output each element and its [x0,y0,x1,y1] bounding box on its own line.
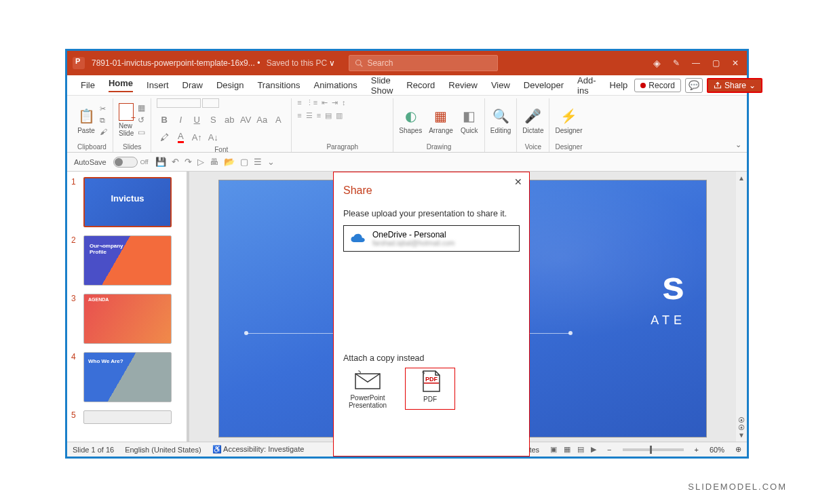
highlight-button[interactable]: 🖍 [157,130,172,144]
minimize-button[interactable]: ― [692,58,700,68]
tab-file[interactable]: File [74,75,102,96]
zoom-slider[interactable] [623,448,684,451]
slide-sorter-icon[interactable]: ▦ [564,445,570,454]
tab-record[interactable]: Record [400,75,442,96]
numbering-button[interactable]: ⋮≡ [306,98,317,107]
underline-button[interactable]: U [189,112,204,127]
bullets-button[interactable]: ≡ [297,98,301,107]
reset-icon[interactable]: ↺ [138,115,145,125]
zoom-out-button[interactable]: − [607,446,611,454]
coming-soon-icon[interactable]: ✎ [673,58,680,68]
slide-thumbnail-5[interactable] [83,410,172,424]
close-button[interactable]: ✕ [732,58,739,68]
cut-icon[interactable]: ✂ [100,104,107,113]
envelope-icon [353,368,383,391]
line-spacing-button[interactable]: ↕ [342,98,346,107]
tab-home[interactable]: Home [102,75,140,96]
increase-font-button[interactable]: A↑ [189,130,204,144]
autosave-toggle[interactable] [113,157,138,168]
maximize-button[interactable]: ▢ [712,58,720,68]
align-left-button[interactable]: ≡ [297,111,301,120]
arrange-button[interactable]: ▦Arrange [429,106,453,134]
indent-inc-button[interactable]: ⇥ [332,98,338,107]
indent-dec-button[interactable]: ⇤ [322,98,328,107]
tab-help[interactable]: Help [603,75,635,96]
justify-button[interactable]: ▤ [325,111,332,120]
slide-counter[interactable]: Slide 1 of 16 [73,446,114,454]
spacing-button[interactable]: AV [238,112,253,127]
attach-pdf-button[interactable]: PDF PDF [406,368,454,409]
onedrive-account-button[interactable]: OneDrive - Personal farshad.iqbal@hotmai… [343,225,520,252]
align-center-button[interactable]: ☰ [306,111,313,120]
normal-view-icon[interactable]: ▣ [550,445,557,454]
search-box[interactable]: Search [349,55,498,71]
quick-print-icon[interactable]: 🖶 [210,157,218,167]
zoom-level[interactable]: 60% [710,446,724,454]
align-right-button[interactable]: ≡ [317,111,321,120]
tab-developer[interactable]: Developer [517,75,570,96]
scroll-up-icon[interactable]: ▲ [738,174,745,182]
scroll-down-icon[interactable]: ▼ [738,431,745,439]
comments-button[interactable]: 💬 [685,78,703,93]
tab-draw[interactable]: Draw [176,75,210,96]
more-qat-icon[interactable]: ⌄ [267,157,275,167]
redo-icon[interactable]: ↷ [185,157,192,167]
copy-icon[interactable]: ⧉ [100,116,107,125]
open-icon[interactable]: 📂 [224,157,235,167]
layout-icon[interactable]: ▦ [138,103,145,113]
section-icon[interactable]: ▭ [138,128,145,137]
format-painter-icon[interactable]: 🖌 [100,128,107,136]
italic-button[interactable]: I [173,112,188,127]
tab-review[interactable]: Review [442,75,484,96]
tab-design[interactable]: Design [210,75,250,96]
premium-icon[interactable]: ◈ [653,58,661,69]
slideshow-view-icon[interactable]: ▶ [591,445,596,454]
language-indicator[interactable]: English (United States) [125,446,201,454]
tab-transitions[interactable]: Transitions [250,75,307,96]
fit-to-window-icon[interactable]: ⊕ [735,445,741,454]
strike-button[interactable]: S [206,112,220,127]
font-color-button[interactable]: A [173,130,188,144]
decrease-font-button[interactable]: A↓ [206,130,220,144]
slide-thumbnail-1[interactable] [83,177,172,227]
tab-addins[interactable]: Add-ins [570,75,602,96]
collapse-ribbon-icon[interactable]: ⌄ [735,140,741,149]
next-slide-icon[interactable]: ⦿ [738,424,745,431]
case-button[interactable]: Aa [254,112,269,127]
reading-view-icon[interactable]: ▤ [577,445,584,454]
designer-button[interactable]: ⚡Designer [555,106,582,134]
touch-mode-icon[interactable]: ☰ [254,157,262,167]
record-button[interactable]: Record [634,79,681,92]
prev-slide-icon[interactable]: ⦿ [738,416,745,424]
zoom-in-button[interactable]: + [695,446,699,454]
slide-thumbnail-4[interactable] [83,352,172,402]
new-icon[interactable]: ▢ [240,157,248,167]
paste-button[interactable]: 📋 Paste [77,106,96,134]
tab-view[interactable]: View [484,75,517,96]
save-icon[interactable]: 💾 [155,157,166,167]
tab-animations[interactable]: Animations [307,75,364,96]
shapes-button[interactable]: ◐Shapes [399,106,422,134]
group-font: B I U S ab AV Aa A 🖍 A A↑ A↓ Font [151,98,292,152]
bold-button[interactable]: B [157,112,172,127]
columns-button[interactable]: ▥ [336,111,343,120]
dictate-button[interactable]: 🎤Dictate [522,106,543,134]
clear-format-button[interactable]: A [271,112,286,127]
microphone-icon: 🎤 [524,106,543,125]
accessibility-checker[interactable]: ♿ Accessibility: Investigate [212,445,305,454]
search-icon [355,59,363,67]
attach-powerpoint-button[interactable]: PowerPoint Presentation [343,368,392,409]
new-slide-button[interactable]: + New Slide [119,103,134,137]
shadow-button[interactable]: ab [222,112,237,127]
tab-insert[interactable]: Insert [140,75,176,96]
start-from-beginning-icon[interactable]: ▷ [197,157,204,167]
dialog-close-button[interactable]: ✕ [514,176,522,187]
editing-button[interactable]: 🔍Editing [490,106,511,134]
tab-slideshow[interactable]: Slide Show [364,75,400,96]
slide-thumbnail-2[interactable] [83,235,172,286]
slide-thumbnail-3[interactable] [83,294,172,344]
quick-styles-button[interactable]: ◧Quick [460,106,479,134]
vertical-scrollbar[interactable]: ▲ ⦿ ⦿ ▼ [736,172,747,442]
share-button[interactable]: Share ⌄ [707,78,762,93]
undo-icon[interactable]: ↶ [172,157,179,167]
